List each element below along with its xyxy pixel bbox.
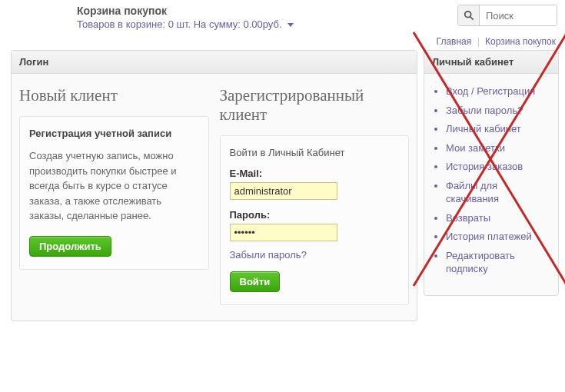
- login-intro: Войти в Личный Кабинет: [230, 147, 400, 158]
- new-customer-heading: Новый клиент: [19, 86, 209, 105]
- login-panel: Логин Новый клиент Регистрация учетной з…: [11, 50, 417, 321]
- breadcrumb-separator: [478, 38, 479, 47]
- email-label: E-Mail:: [230, 168, 400, 179]
- account-sidebar-list: Вход / Регистрация Забыли пароль? Личный…: [424, 74, 558, 295]
- login-button[interactable]: Войти: [230, 271, 281, 292]
- cart-summary-text: Товаров в корзине: 0 шт. На сумму: 0.00р…: [77, 18, 282, 30]
- account-sidebar: Личный кабинет Вход / Регистрация Забыли…: [424, 50, 559, 296]
- search-button[interactable]: [458, 5, 480, 25]
- sidebar-item-account[interactable]: Личный кабинет: [446, 122, 550, 136]
- login-panel-header: Логин: [12, 51, 417, 74]
- svg-point-0: [464, 12, 470, 18]
- returning-customer-column: Зарегистрированный клиент Войти в Личный…: [220, 86, 410, 305]
- returning-heading: Зарегистрированный клиент: [220, 86, 410, 125]
- password-field[interactable]: [230, 224, 337, 241]
- svg-line-1: [470, 17, 473, 19]
- breadcrumb: Главная Корзина покупок: [0, 32, 565, 50]
- sidebar-item-notes[interactable]: Мои заметки: [446, 141, 550, 155]
- search-icon: [464, 10, 474, 21]
- sidebar-item-orders[interactable]: История заказов: [446, 160, 550, 174]
- breadcrumb-home[interactable]: Главная: [437, 36, 472, 47]
- chevron-down-icon: [287, 23, 294, 27]
- register-box-title: Регистрация учетной записи: [29, 128, 199, 139]
- password-label: Пароль:: [230, 209, 400, 221]
- sidebar-item-downloads[interactable]: Файлы для скачивания: [446, 179, 550, 206]
- email-field[interactable]: [230, 182, 337, 200]
- continue-button[interactable]: Продолжить: [29, 236, 111, 257]
- sidebar-item-login[interactable]: Вход / Регистрация: [446, 85, 550, 98]
- breadcrumb-cart[interactable]: Корзина покупок: [485, 36, 556, 47]
- register-box: Регистрация учетной записи Создав учетну…: [19, 116, 209, 270]
- sidebar-item-returns[interactable]: Возвраты: [446, 211, 550, 225]
- new-customer-column: Новый клиент Регистрация учетной записи …: [19, 86, 209, 305]
- forgot-password-link[interactable]: Забыли пароль?: [230, 249, 307, 261]
- sidebar-item-payments[interactable]: История платежей: [446, 230, 550, 244]
- login-box: Войти в Личный Кабинет E-Mail: Пароль: З…: [220, 135, 410, 305]
- register-box-text: Создав учетную запись, можно производить…: [29, 148, 199, 224]
- account-sidebar-header: Личный кабинет: [424, 51, 558, 74]
- cart-block: Корзина покупок Товаров в корзине: 0 шт.…: [77, 5, 457, 30]
- cart-title: Корзина покупок: [77, 5, 457, 17]
- search-box: [457, 5, 557, 26]
- cart-summary[interactable]: Товаров в корзине: 0 шт. На сумму: 0.00р…: [77, 18, 457, 30]
- search-input[interactable]: [480, 5, 557, 25]
- sidebar-item-subscribe[interactable]: Редактировать подписку: [446, 249, 550, 276]
- sidebar-item-forgot[interactable]: Забыли пароль?: [446, 104, 550, 118]
